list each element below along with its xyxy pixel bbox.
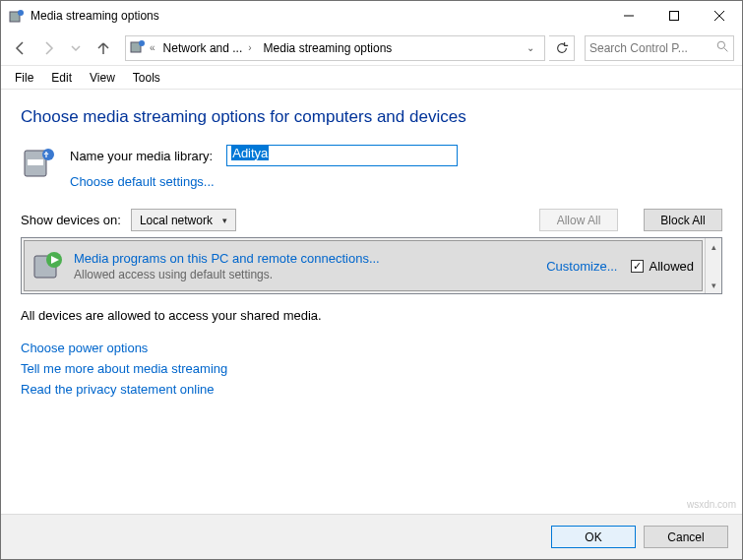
- nav-toolbar: « Network and ...› Media streaming optio…: [1, 31, 742, 66]
- window-title: Media streaming options: [31, 9, 606, 23]
- refresh-button[interactable]: [549, 35, 575, 61]
- allow-all-button[interactable]: Allow All: [539, 209, 618, 231]
- customize-link[interactable]: Customize...: [546, 259, 617, 274]
- library-icon: [21, 145, 56, 180]
- address-icon: [130, 38, 146, 57]
- search-input[interactable]: Search Control P...: [585, 35, 734, 61]
- allowed-checkbox[interactable]: ✓ Allowed: [631, 259, 694, 274]
- show-devices-label: Show devices on:: [21, 213, 121, 227]
- watermark: wsxdn.com: [687, 499, 736, 510]
- menu-view[interactable]: View: [82, 69, 123, 87]
- device-subtitle: Allowed access using default settings.: [74, 268, 536, 281]
- search-placeholder: Search Control P...: [589, 41, 712, 55]
- breadcrumb-item-current[interactable]: Media streaming options: [260, 41, 397, 55]
- chevron-down-icon: ▾: [222, 216, 227, 225]
- svg-point-7: [139, 40, 145, 46]
- menu-edit[interactable]: Edit: [43, 69, 80, 87]
- learn-more-link[interactable]: Tell me more about media streaming: [21, 361, 722, 376]
- device-list: Media programs on this PC and remote con…: [21, 237, 722, 294]
- svg-point-1: [18, 10, 24, 16]
- svg-line-9: [724, 48, 727, 51]
- svg-rect-11: [28, 159, 43, 165]
- title-bar: Media streaming options: [1, 1, 742, 31]
- dialog-footer: OK Cancel: [1, 514, 742, 559]
- status-text: All devices are allowed to access your s…: [21, 308, 722, 323]
- cancel-button[interactable]: Cancel: [644, 526, 728, 548]
- links-column: Choose power options Tell me more about …: [21, 341, 722, 397]
- address-bar[interactable]: « Network and ...› Media streaming optio…: [125, 35, 545, 61]
- content-area: Choose media streaming options for compu…: [1, 90, 742, 404]
- library-name-label: Name your media library:: [70, 149, 213, 163]
- recent-dropdown[interactable]: [64, 36, 88, 60]
- search-icon: [716, 40, 729, 56]
- up-button[interactable]: [92, 36, 115, 60]
- scroll-up-button[interactable]: ▴: [706, 238, 721, 255]
- show-devices-value: Local network: [140, 214, 213, 227]
- library-name-input[interactable]: Aditya: [226, 145, 458, 166]
- menu-bar: File Edit View Tools: [1, 66, 742, 90]
- privacy-link[interactable]: Read the privacy statement online: [21, 382, 722, 397]
- app-icon: [9, 8, 25, 24]
- breadcrumb-root-chevron[interactable]: «: [150, 42, 155, 53]
- show-devices-row: Show devices on: Local network ▾ Allow A…: [21, 209, 722, 231]
- library-row: Name your media library: Aditya Choose d…: [21, 145, 722, 189]
- show-devices-combo[interactable]: Local network ▾: [131, 209, 236, 231]
- block-all-button[interactable]: Block All: [644, 209, 722, 231]
- svg-rect-3: [670, 12, 679, 21]
- chevron-right-icon: ›: [248, 42, 251, 53]
- forward-button[interactable]: [36, 36, 60, 60]
- back-button[interactable]: [9, 36, 32, 60]
- svg-point-8: [717, 41, 724, 48]
- allowed-label: Allowed: [649, 259, 694, 274]
- page-title: Choose media streaming options for compu…: [21, 107, 722, 127]
- address-history-dropdown[interactable]: ⌄: [521, 42, 540, 53]
- breadcrumb-item-network[interactable]: Network and ...›: [159, 41, 256, 55]
- device-title: Media programs on this PC and remote con…: [74, 251, 536, 266]
- check-icon: ✓: [631, 260, 644, 273]
- close-button[interactable]: [697, 1, 742, 31]
- scroll-down-button[interactable]: ▾: [706, 277, 721, 293]
- ok-button[interactable]: OK: [551, 526, 636, 548]
- scrollbar[interactable]: ▴ ▾: [705, 238, 721, 293]
- maximize-button[interactable]: [651, 1, 697, 31]
- menu-file[interactable]: File: [7, 69, 41, 87]
- menu-tools[interactable]: Tools: [125, 69, 168, 87]
- device-icon: [32, 250, 64, 281]
- device-row[interactable]: Media programs on this PC and remote con…: [24, 240, 703, 291]
- minimize-button[interactable]: [606, 1, 651, 31]
- power-options-link[interactable]: Choose power options: [21, 341, 722, 355]
- choose-defaults-link[interactable]: Choose default settings...: [70, 174, 458, 189]
- window-controls: [606, 1, 742, 31]
